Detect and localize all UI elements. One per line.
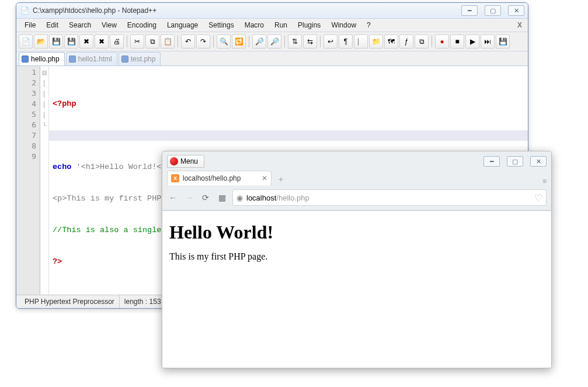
- menu-encoding[interactable]: Encoding: [123, 20, 161, 30]
- close-button[interactable]: ✕: [508, 5, 524, 16]
- close-all-icon[interactable]: ✖: [95, 34, 109, 49]
- save-all-icon[interactable]: 💾: [64, 34, 78, 49]
- browser-tab[interactable]: X localhost/hello.php ✕: [167, 171, 272, 185]
- cut-icon[interactable]: ✂: [130, 34, 144, 49]
- bookmark-heart-icon[interactable]: ♡: [534, 192, 542, 203]
- url-input[interactable]: ◉ localhost/hello.php ♡: [232, 189, 547, 206]
- menu-window[interactable]: Window: [326, 20, 361, 30]
- tabstrip-menu-icon[interactable]: ≡: [542, 177, 547, 185]
- file-tab-test-php[interactable]: test.php: [119, 52, 161, 65]
- npp-titlebar[interactable]: 📄 C:\xampp\htdocs\hello.php - Notepad++ …: [16, 3, 528, 19]
- menu-macro[interactable]: Macro: [240, 20, 269, 30]
- fold-minus-icon[interactable]: ⊟: [40, 67, 48, 78]
- print-icon[interactable]: 🖨: [110, 34, 124, 49]
- browser-tabstrip: X localhost/hello.php ✕ ＋ ≡: [162, 169, 551, 185]
- new-tab-button[interactable]: ＋: [274, 174, 288, 185]
- npp-file-tabs: hello.php hello1.html test.php: [16, 51, 528, 66]
- menu-view[interactable]: View: [97, 20, 121, 30]
- tab-close-icon[interactable]: ✕: [262, 174, 267, 182]
- sync-h-icon[interactable]: ⇆: [303, 34, 317, 49]
- stop-macro-icon[interactable]: ■: [450, 34, 464, 49]
- file-tab-label: hello1.html: [78, 55, 112, 63]
- zoom-out-icon[interactable]: 🔎: [267, 34, 281, 49]
- close-button[interactable]: ✕: [530, 156, 547, 167]
- browser-window: Menu ━ ▢ ✕ X localhost/hello.php ✕ ＋ ≡ ←…: [162, 151, 552, 368]
- menu-edit[interactable]: Edit: [41, 20, 63, 30]
- line-number: 4: [16, 99, 40, 109]
- npp-menubar: File Edit Search View Encoding Language …: [16, 19, 528, 32]
- page-paragraph: This is my first PHP page.: [169, 251, 544, 262]
- play-macro-icon[interactable]: ▶: [465, 34, 479, 49]
- minimize-button[interactable]: ━: [461, 5, 478, 16]
- back-button[interactable]: ←: [167, 192, 179, 203]
- replace-icon[interactable]: 🔁: [232, 34, 246, 49]
- browser-titlebar[interactable]: Menu ━ ▢ ✕: [162, 151, 551, 169]
- line-number: 2: [16, 78, 40, 88]
- xampp-favicon-icon: X: [171, 174, 179, 182]
- fold-column: ⊟ │ │ │ │ └: [40, 66, 49, 295]
- menu-plugins[interactable]: Plugins: [293, 20, 325, 30]
- maximize-button[interactable]: ▢: [507, 156, 523, 167]
- function-list-icon[interactable]: ƒ: [399, 34, 413, 49]
- save-icon[interactable]: 💾: [49, 34, 63, 49]
- speed-dial-icon[interactable]: ▦: [216, 192, 228, 203]
- current-line-highlight: [49, 130, 528, 141]
- line-number: 3: [16, 88, 40, 99]
- wordwrap-icon[interactable]: ↩: [323, 34, 338, 49]
- toolbar-sep: [320, 36, 321, 47]
- npp-app-icon: 📄: [20, 6, 29, 15]
- record-macro-icon[interactable]: ●: [435, 34, 449, 49]
- globe-icon: ◉: [236, 194, 243, 202]
- file-tab-hello1-html[interactable]: hello1.html: [66, 52, 117, 65]
- forward-button[interactable]: →: [183, 192, 195, 203]
- browser-window-controls: ━ ▢ ✕: [483, 156, 547, 167]
- toolbar-sep: [127, 36, 127, 47]
- browser-page-content: Hello World! This is my first PHP page.: [162, 211, 551, 368]
- file-icon: [69, 56, 76, 63]
- redo-icon[interactable]: ↷: [196, 34, 210, 49]
- npp-toolbar: 📄 📂 💾 💾 ✖ ✖ 🖨 ✂ ⧉ 📋 ↶ ↷ 🔍 🔁 🔎 🔎 ⇅ ⇆ ↩ ¶ …: [16, 32, 528, 51]
- line-number: 6: [16, 120, 40, 130]
- npp-window-controls: ━ ▢ ✕: [461, 5, 524, 16]
- doc-switcher-icon[interactable]: ⧉: [415, 34, 429, 49]
- indent-guide-icon[interactable]: ⎸: [354, 34, 368, 49]
- status-length: length : 153: [120, 295, 166, 308]
- menubar-close-icon[interactable]: X: [515, 21, 524, 29]
- code-token: [71, 163, 76, 171]
- toolbar-sep: [432, 36, 432, 47]
- paste-icon[interactable]: 📋: [161, 34, 175, 49]
- menu-search[interactable]: Search: [64, 20, 96, 30]
- opera-menu-button[interactable]: Menu: [167, 155, 204, 168]
- page-heading: Hello World!: [169, 222, 544, 243]
- menu-button-label: Menu: [180, 157, 198, 165]
- menu-settings[interactable]: Settings: [204, 20, 238, 30]
- line-number: 7: [16, 130, 40, 141]
- toolbar-sep: [249, 36, 249, 47]
- code-token: echo: [53, 163, 71, 171]
- folder-view-icon[interactable]: 📁: [369, 34, 383, 49]
- save-macro-icon[interactable]: 💾: [496, 34, 510, 49]
- maximize-button[interactable]: ▢: [485, 5, 501, 16]
- zoom-in-icon[interactable]: 🔎: [252, 34, 266, 49]
- url-path: /hello.php: [276, 194, 309, 202]
- menu-language[interactable]: Language: [162, 20, 203, 30]
- menu-help[interactable]: ?: [362, 20, 375, 30]
- sync-v-icon[interactable]: ⇅: [288, 34, 302, 49]
- open-file-icon[interactable]: 📂: [34, 34, 48, 49]
- show-all-chars-icon[interactable]: ¶: [339, 34, 353, 49]
- menu-run[interactable]: Run: [270, 20, 292, 30]
- npp-title: C:\xampp\htdocs\hello.php - Notepad++: [33, 6, 461, 15]
- undo-icon[interactable]: ↶: [181, 34, 195, 49]
- find-icon[interactable]: 🔍: [217, 34, 231, 49]
- menu-file[interactable]: File: [20, 20, 40, 30]
- new-file-icon[interactable]: 📄: [19, 34, 33, 49]
- line-number-gutter: 1 2 3 4 5 6 7 8 9: [16, 66, 40, 295]
- file-tab-label: test.php: [131, 55, 156, 63]
- file-tab-hello-php[interactable]: hello.php: [19, 52, 65, 65]
- doc-map-icon[interactable]: 🗺: [384, 34, 398, 49]
- play-multi-macro-icon[interactable]: ⏭: [481, 34, 495, 49]
- close-file-icon[interactable]: ✖: [79, 34, 93, 49]
- reload-button[interactable]: ⟳: [200, 192, 211, 203]
- copy-icon[interactable]: ⧉: [145, 34, 159, 49]
- minimize-button[interactable]: ━: [483, 156, 500, 167]
